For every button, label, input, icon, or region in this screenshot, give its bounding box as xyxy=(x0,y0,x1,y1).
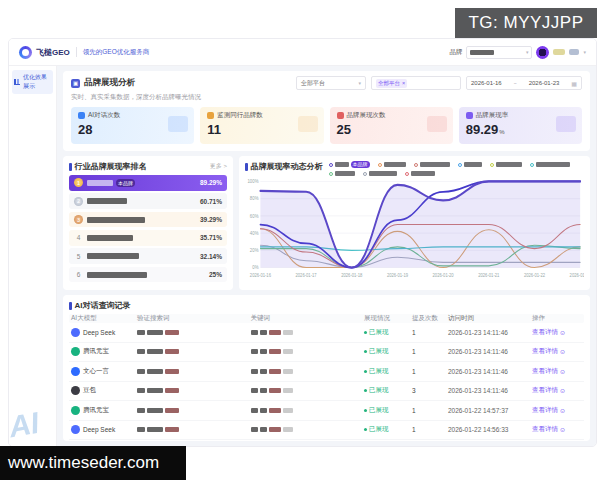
view-details-link[interactable]: 查看详情⊙ xyxy=(532,328,582,337)
trend-chart: 0%20%40%60%80%100%2026-01-162026-01-1720… xyxy=(245,176,584,285)
model-multiselect[interactable]: 全部平台 × xyxy=(371,76,461,90)
legend-item[interactable] xyxy=(378,162,406,167)
svg-text:60%: 60% xyxy=(250,213,259,218)
rank-number: 6 xyxy=(74,270,83,279)
decor-icon xyxy=(556,116,576,132)
gold-medal-icon: 1 xyxy=(74,178,83,187)
svg-text:0%: 0% xyxy=(252,265,258,270)
rank-number: 5 xyxy=(74,252,83,261)
brand-select[interactable]: ▾ xyxy=(466,46,532,59)
trend-panel: 品牌展现率动态分析 本品牌 0%20%40%60%80%100%2026-01-… xyxy=(239,156,590,290)
view-details-link[interactable]: 查看详情⊙ xyxy=(532,347,582,356)
eye-icon: ⊙ xyxy=(560,329,565,336)
stat-card-competitors: 监测同行品牌数 11 xyxy=(200,107,323,144)
svg-text:2026-01-19: 2026-01-19 xyxy=(387,273,409,278)
redacted-legend-label xyxy=(464,162,482,167)
ai-model-icon xyxy=(71,386,80,395)
redacted-keywords xyxy=(251,349,365,354)
stat-card-impressions: 品牌展现次数 25 xyxy=(330,107,453,144)
redacted-brand-name xyxy=(87,217,145,223)
status-badge: 已展现 xyxy=(369,347,389,356)
close-icon[interactable]: × xyxy=(402,80,405,86)
ai-model-icon xyxy=(71,425,80,434)
legend-dot-icon xyxy=(530,163,534,167)
mention-count: 1 xyxy=(412,368,448,375)
table-row: 文心一言 已展现 1 2026-01-23 14:11:46 查看详情⊙ xyxy=(69,362,584,382)
rank-number: 4 xyxy=(74,233,83,242)
svg-text:100%: 100% xyxy=(247,179,258,184)
redacted-keywords xyxy=(251,408,365,413)
divider xyxy=(76,47,77,57)
rank-pct: 25% xyxy=(209,271,222,278)
rank-row-3: 3 39.29% xyxy=(69,212,227,228)
legend-item[interactable] xyxy=(458,162,482,167)
selected-tag[interactable]: 全部平台 × xyxy=(376,79,407,88)
date-range-picker[interactable]: 2026-01-16 ~ 2026-01-23 ▦ xyxy=(466,76,582,90)
svg-text:2026-01-16: 2026-01-16 xyxy=(250,273,272,278)
redacted-legend-label xyxy=(369,171,397,176)
redacted-search-words xyxy=(137,408,251,413)
rank-pct: 39.29% xyxy=(200,216,222,223)
ai-model-name: 豆包 xyxy=(83,386,96,395)
view-details-link[interactable]: 查看详情⊙ xyxy=(532,386,582,395)
stat-label: 品牌展现率 xyxy=(476,111,509,120)
eye-icon: ⊙ xyxy=(560,348,565,355)
redacted-legend-label xyxy=(496,162,522,167)
rank-row-5: 5 32.14% xyxy=(69,248,227,264)
stat-card-ai-dialogs: AI对话次数 28 xyxy=(71,107,194,144)
date-start: 2026-01-16 xyxy=(471,80,502,86)
legend-item[interactable] xyxy=(530,162,570,167)
view-details-link[interactable]: 查看详情⊙ xyxy=(532,367,582,376)
legend-dot-icon xyxy=(378,163,382,167)
table-row: 豆包 已展现 3 2026-01-23 14:11:46 查看详情⊙ xyxy=(69,382,584,402)
svg-text:80%: 80% xyxy=(250,196,259,201)
col-header-mentions: 提及次数 xyxy=(412,314,448,323)
status-dot xyxy=(364,428,367,431)
redacted-search-words xyxy=(137,330,251,335)
platform-select[interactable]: 全部平台 ▾ xyxy=(296,76,366,90)
legend-item[interactable] xyxy=(414,162,450,167)
legend-dot-icon xyxy=(458,163,462,167)
more-link[interactable]: 更多 > xyxy=(210,162,227,171)
view-details-link[interactable]: 查看详情⊙ xyxy=(532,425,582,434)
redacted-brand-name xyxy=(87,180,113,186)
section-subtitle: 实时、真实采集数据，深度分析品牌曝光情况 xyxy=(71,93,582,102)
sidebar-item-optimization-results[interactable]: 优化效果展示 xyxy=(12,70,53,94)
ai-model-icon xyxy=(71,367,80,376)
stat-value: 89.29 xyxy=(466,122,499,137)
eye-icon: ⊙ xyxy=(560,407,565,414)
table-row: 腾讯元宝 已展现 1 2026-01-22 14:57:37 查看详情⊙ xyxy=(69,401,584,421)
platform-select-value: 全部平台 xyxy=(301,79,325,88)
stat-label: 品牌展现次数 xyxy=(347,111,386,120)
visit-time: 2026-01-23 14:11:46 xyxy=(448,348,532,355)
bronze-medal-icon: 3 xyxy=(74,215,83,224)
rank-pct: 35.71% xyxy=(200,234,222,241)
col-header-model: AI大模型 xyxy=(71,314,137,323)
query-log-card: AI对话查询记录 AI大模型 验证搜索词 关键词 展现情况 提及次数 访问时间 … xyxy=(63,295,590,441)
legend-item[interactable] xyxy=(490,162,522,167)
title-accent xyxy=(245,163,248,171)
calendar-icon: ▦ xyxy=(571,80,577,87)
dashboard-window: 飞槌GEO 领先的GEO优化服务商 品牌 ▾ ▾ 优化效果展示 AI xyxy=(8,38,597,447)
redacted-legend-label xyxy=(420,162,450,167)
self-brand-badge: 本品牌 xyxy=(351,161,370,168)
legend-item[interactable]: 本品牌 xyxy=(329,161,370,168)
brand-select-label: 品牌 xyxy=(449,48,462,57)
eye-icon: ⊙ xyxy=(560,387,565,394)
chevron-down-icon[interactable]: ▾ xyxy=(583,49,586,55)
view-details-link[interactable]: 查看详情⊙ xyxy=(532,406,582,415)
visit-time: 2026-01-22 14:57:37 xyxy=(448,407,532,414)
col-header-time: 访问时间 xyxy=(448,314,532,323)
mention-count: 1 xyxy=(412,407,448,414)
redacted-search-words xyxy=(137,349,251,354)
col-header-keyword: 关键词 xyxy=(251,314,365,323)
redacted-search-words xyxy=(137,427,251,432)
user-avatar[interactable] xyxy=(536,46,549,59)
brand-analysis-card: ▣ 品牌展现分析 全部平台 ▾ 全部平台 × xyxy=(63,71,590,151)
app-logo-text: 飞槌GEO xyxy=(36,47,70,58)
watermark-telegram: TG: MYYJJPP xyxy=(455,8,597,38)
svg-text:2026-01-18: 2026-01-18 xyxy=(341,273,363,278)
table-body: Deep Seek 已展现 1 2026-01-23 14:11:46 查看详情… xyxy=(69,323,584,440)
line-chart-svg: 0%20%40%60%80%100%2026-01-162026-01-1720… xyxy=(245,176,584,285)
badge-yellow xyxy=(553,49,565,55)
